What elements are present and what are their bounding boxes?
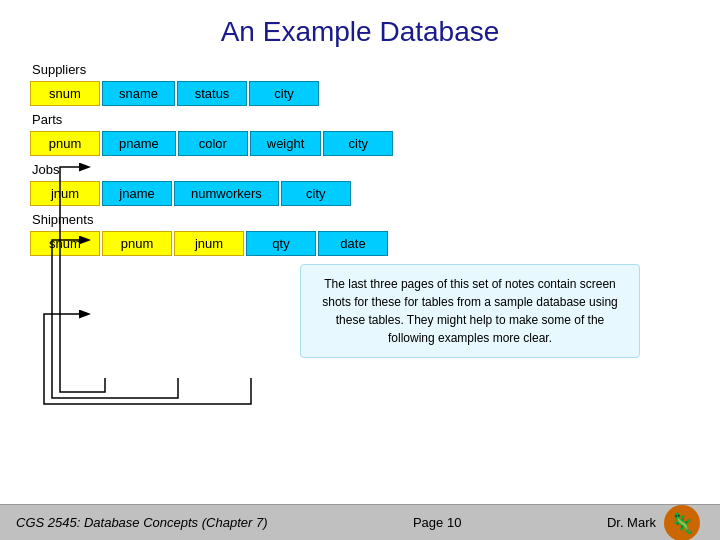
section-label-shipments: Shipments xyxy=(32,212,690,227)
suppliers-row: snum sname status city xyxy=(30,81,690,106)
info-box: The last three pages of this set of note… xyxy=(300,264,640,358)
footer-left: CGS 2545: Database Concepts (Chapter 7) xyxy=(16,515,267,530)
parts-pnum: pnum xyxy=(30,131,100,156)
parts-color: color xyxy=(178,131,248,156)
jobs-jnum: jnum xyxy=(30,181,100,206)
shipments-snum: snum xyxy=(30,231,100,256)
footer-center: Page 10 xyxy=(413,515,461,530)
section-parts: Parts pnum pname color weight city xyxy=(30,112,690,156)
parts-weight: weight xyxy=(250,131,322,156)
suppliers-snum: snum xyxy=(30,81,100,106)
footer: CGS 2545: Database Concepts (Chapter 7) … xyxy=(0,504,720,540)
parts-row: pnum pname color weight city xyxy=(30,131,690,156)
gecko-logo-icon: 🦎 xyxy=(664,505,700,541)
page-title: An Example Database xyxy=(30,16,690,48)
section-label-suppliers: Suppliers xyxy=(32,62,690,77)
jobs-city: city xyxy=(281,181,351,206)
shipments-row: snum pnum jnum qty date xyxy=(30,231,690,256)
section-label-parts: Parts xyxy=(32,112,690,127)
suppliers-city: city xyxy=(249,81,319,106)
content-area: Suppliers snum sname status city Parts p… xyxy=(30,62,690,358)
section-shipments: Shipments snum pnum jnum qty date xyxy=(30,212,690,256)
shipments-jnum: jnum xyxy=(174,231,244,256)
footer-right-wrap: Dr. Mark 🦎 xyxy=(607,505,704,541)
parts-city: city xyxy=(323,131,393,156)
parts-pname: pname xyxy=(102,131,176,156)
shipments-qty: qty xyxy=(246,231,316,256)
section-label-jobs: Jobs xyxy=(32,162,690,177)
jobs-jname: jname xyxy=(102,181,172,206)
slide: An Example Database Suppliers snum sname… xyxy=(0,0,720,540)
shipments-date: date xyxy=(318,231,388,256)
shipments-pnum: pnum xyxy=(102,231,172,256)
section-jobs: Jobs jnum jname numworkers city xyxy=(30,162,690,206)
footer-right: Dr. Mark xyxy=(607,515,656,530)
suppliers-status: status xyxy=(177,81,247,106)
jobs-row: jnum jname numworkers city xyxy=(30,181,690,206)
suppliers-sname: sname xyxy=(102,81,175,106)
jobs-numworkers: numworkers xyxy=(174,181,279,206)
section-suppliers: Suppliers snum sname status city xyxy=(30,62,690,106)
